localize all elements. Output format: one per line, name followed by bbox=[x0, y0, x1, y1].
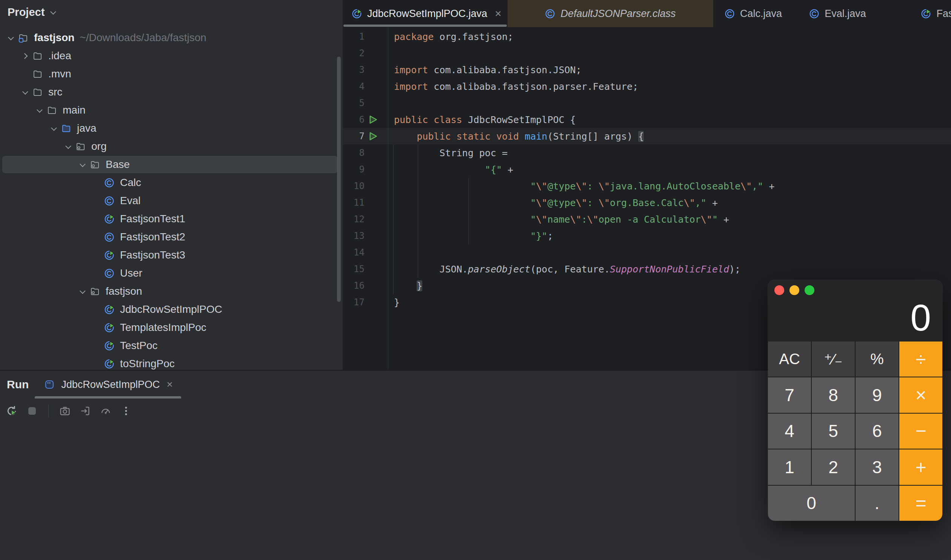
tree-item--mvn[interactable]: .mvn bbox=[0, 65, 343, 83]
code-line-14[interactable]: 14 bbox=[343, 244, 951, 261]
calc-button-subtract[interactable]: − bbox=[899, 414, 942, 449]
rerun-button[interactable] bbox=[5, 405, 18, 417]
code-token: } bbox=[417, 280, 422, 291]
project-tool-window: Project fastjson~/Downloads/Jaba/fastjso… bbox=[0, 0, 343, 370]
scrollbar[interactable] bbox=[337, 57, 341, 302]
zoom-window-button[interactable] bbox=[805, 285, 814, 295]
tree-item-label: java bbox=[77, 122, 96, 134]
camera-icon bbox=[59, 405, 71, 417]
tree-item-java[interactable]: java bbox=[0, 119, 343, 137]
run-tab[interactable]: JdbcRowSetImplPOC × bbox=[35, 371, 181, 398]
tree-item-eval[interactable]: Eval bbox=[0, 192, 343, 210]
project-panel-title: Project bbox=[8, 6, 45, 18]
tree-item-org[interactable]: org bbox=[0, 137, 343, 155]
chevron-down-icon[interactable] bbox=[80, 288, 86, 294]
project-panel-header[interactable]: Project bbox=[0, 0, 343, 24]
code-token: \" bbox=[587, 214, 599, 225]
calc-button-divide[interactable]: ÷ bbox=[899, 342, 942, 377]
tree-item-fastjsontest1[interactable]: FastjsonTest1 bbox=[0, 210, 343, 228]
chevron-down-icon[interactable] bbox=[22, 89, 28, 95]
run-line-icon[interactable] bbox=[367, 131, 378, 142]
tree-item-fastjson[interactable]: fastjson~/Downloads/Jaba/fastjson bbox=[0, 29, 343, 47]
code-line-5[interactable]: 5 bbox=[343, 95, 951, 111]
code-token: \" bbox=[536, 197, 547, 208]
calc-button-digit-0[interactable]: 0 bbox=[768, 486, 855, 521]
tree-item-testpoc[interactable]: TestPoc bbox=[0, 337, 343, 355]
tree-item-templatesimplpoc[interactable]: TemplatesImplPoc bbox=[0, 318, 343, 337]
tree-item-user[interactable]: User bbox=[0, 264, 343, 282]
chevron-right-icon[interactable] bbox=[22, 53, 28, 59]
code-line-4[interactable]: 4import com.alibaba.fastjson.parser.Feat… bbox=[343, 78, 951, 95]
calc-button-digit-3[interactable]: 3 bbox=[856, 449, 899, 485]
calc-button-digit-9[interactable]: 9 bbox=[856, 377, 899, 412]
tree-item-fastjson[interactable]: fastjson bbox=[0, 282, 343, 300]
more-button[interactable] bbox=[120, 405, 132, 417]
calc-button-digit-4[interactable]: 4 bbox=[768, 414, 811, 449]
calc-button-digit-5[interactable]: 5 bbox=[812, 414, 855, 449]
tree-item-src[interactable]: src bbox=[0, 83, 343, 101]
code-line-6[interactable]: 6public class JdbcRowSetImplPOC { bbox=[343, 111, 951, 128]
close-icon[interactable]: × bbox=[166, 378, 172, 391]
chevron-down-icon[interactable] bbox=[8, 34, 14, 40]
minimize-window-button[interactable] bbox=[789, 285, 799, 295]
camera-button[interactable] bbox=[58, 405, 71, 417]
export-button[interactable] bbox=[79, 405, 92, 417]
calc-button-digit-6[interactable]: 6 bbox=[856, 414, 899, 449]
code-line-3[interactable]: 3import com.alibaba.fastjson.JSON; bbox=[343, 62, 951, 78]
editor-tab-jdbcrowsetimplpoc-java[interactable]: JdbcRowSetImplPOC.java× bbox=[343, 0, 508, 27]
chevron-slot bbox=[19, 90, 30, 94]
stop-button[interactable] bbox=[26, 405, 38, 417]
code-line-10[interactable]: 10 "\"@type\": \"java.lang.AutoCloseable… bbox=[343, 178, 951, 194]
tree-item-base[interactable]: Base bbox=[0, 155, 343, 174]
calc-button-digit-8[interactable]: 8 bbox=[812, 377, 855, 412]
class-icon bbox=[104, 232, 114, 242]
chevron-down-icon[interactable] bbox=[51, 125, 57, 131]
calc-button-plus-minus[interactable]: ⁺⁄₋ bbox=[812, 342, 855, 377]
calc-button-add[interactable]: + bbox=[899, 449, 942, 485]
code-line-15[interactable]: 15 JSON.parseObject(poc, Feature.Support… bbox=[343, 261, 951, 277]
calc-button-ac[interactable]: AC bbox=[768, 342, 811, 377]
editor-tab-calc-java[interactable]: Calc.java bbox=[713, 0, 793, 27]
tree-item-tostringpoc[interactable]: toStringPoc bbox=[0, 355, 343, 370]
code-line-2[interactable]: 2 bbox=[343, 45, 951, 62]
code-line-12[interactable]: 12 "\"name\":\"open -a Calculator\"" + bbox=[343, 211, 951, 228]
code-token: ; bbox=[547, 231, 553, 242]
line-number: 17 bbox=[343, 297, 365, 308]
code-token bbox=[394, 214, 530, 225]
calc-button-digit-1[interactable]: 1 bbox=[768, 449, 811, 485]
close-window-button[interactable] bbox=[774, 285, 784, 295]
code-token: (String[] args) bbox=[547, 131, 638, 142]
tree-item-main[interactable]: main bbox=[0, 101, 343, 119]
code-token: { bbox=[638, 131, 644, 142]
run-line-icon[interactable] bbox=[367, 114, 378, 125]
code-line-11[interactable]: 11 "\"@type\": \"org.Base.Calc\"," + bbox=[343, 194, 951, 211]
profiler-button[interactable] bbox=[99, 405, 112, 417]
tree-item-jdbcrowsetimplpoc[interactable]: JdbcRowSetImplPOC bbox=[0, 300, 343, 318]
calc-button-decimal[interactable]: . bbox=[856, 486, 899, 521]
close-icon[interactable]: × bbox=[495, 8, 502, 19]
tree-item-fastjsontest2[interactable]: FastjsonTest2 bbox=[0, 228, 343, 246]
calc-button-digit-7[interactable]: 7 bbox=[768, 377, 811, 412]
tree-item-fastjsontest3[interactable]: FastjsonTest3 bbox=[0, 246, 343, 264]
editor-tab-defaultjsonparser-class[interactable]: DefaultJSONParser.class bbox=[508, 0, 713, 27]
folder-project-icon bbox=[18, 33, 28, 43]
calc-button-percent[interactable]: % bbox=[856, 342, 899, 377]
code-token: open -a Calculator bbox=[599, 214, 701, 225]
tree-item-calc[interactable]: Calc bbox=[0, 174, 343, 192]
chevron-down-icon[interactable] bbox=[65, 143, 71, 149]
code-line-1[interactable]: 1package org.fastjson; bbox=[343, 28, 951, 45]
code-line-8[interactable]: 8 String poc = bbox=[343, 145, 951, 161]
editor-tab-eval-java[interactable]: Eval.java bbox=[793, 0, 882, 27]
tree-item--idea[interactable]: .idea bbox=[0, 47, 343, 65]
calc-button-digit-2[interactable]: 2 bbox=[812, 449, 855, 485]
chevron-down-icon[interactable] bbox=[37, 107, 43, 113]
code-line-9[interactable]: 9 "{" + bbox=[343, 161, 951, 178]
chevron-slot bbox=[62, 145, 73, 149]
calc-button-multiply[interactable]: × bbox=[899, 377, 942, 412]
code-token: \" bbox=[599, 181, 610, 192]
calc-button-equals[interactable]: = bbox=[899, 486, 942, 521]
code-line-7[interactable]: 7 public static void main(String[] args)… bbox=[343, 128, 951, 145]
code-line-13[interactable]: 13 "}"; bbox=[343, 228, 951, 244]
editor-tab-fastjs[interactable]: Fastjs bbox=[882, 0, 951, 27]
class-icon bbox=[104, 268, 114, 278]
